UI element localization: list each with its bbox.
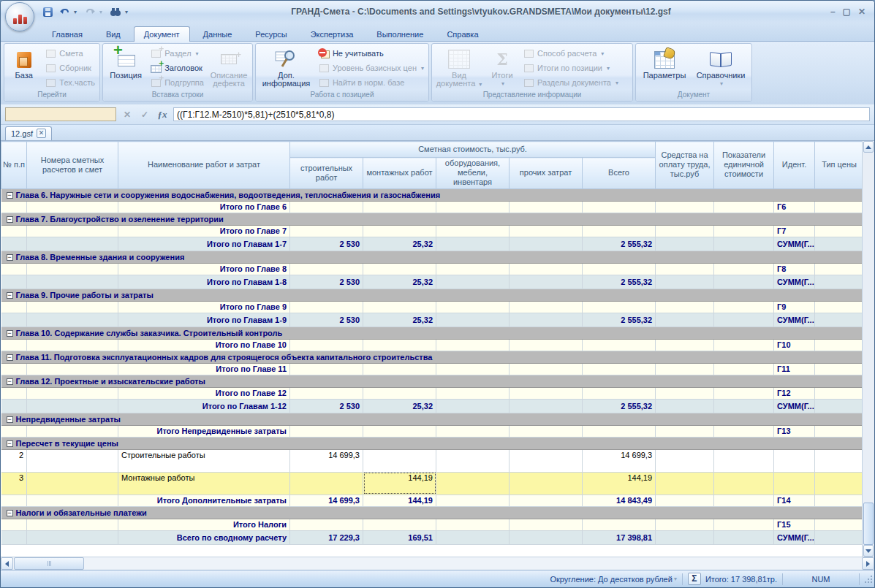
- table-row[interactable]: Итого НалогиГ15: [1, 519, 864, 530]
- cell-num[interactable]: [1, 339, 27, 351]
- cell-c_other[interactable]: [510, 472, 583, 495]
- cell-c_other[interactable]: [510, 399, 583, 413]
- cell-c_build[interactable]: [290, 425, 363, 437]
- cell-c_labor[interactable]: [656, 263, 714, 275]
- zagolovok-button[interactable]: + Заголовок: [148, 62, 205, 74]
- cell-c_labor[interactable]: [656, 339, 714, 351]
- tab-glavnaya[interactable]: Главная: [42, 26, 93, 42]
- fx-icon[interactable]: ƒx: [156, 109, 169, 121]
- cell-c_unit[interactable]: [714, 275, 774, 289]
- cell-c_total[interactable]: 144,19: [583, 472, 656, 495]
- chapter-row[interactable]: −Глава 9. Прочие работы и затраты: [1, 289, 864, 301]
- header-other[interactable]: прочих затрат: [510, 158, 583, 189]
- cell-c_mont[interactable]: [363, 263, 436, 275]
- spravochniki-button[interactable]: Справочники ▾: [693, 45, 749, 90]
- cell-c_equip[interactable]: [436, 263, 510, 275]
- cell-c_build[interactable]: 14 699,3: [290, 449, 363, 472]
- cell-refs[interactable]: [27, 225, 118, 237]
- redo-dropdown-icon[interactable]: ▾: [99, 9, 106, 15]
- cell-c_equip[interactable]: [436, 399, 510, 413]
- header-labor[interactable]: Средства на оплату труда, тыс.руб: [656, 142, 714, 189]
- cell-ident[interactable]: СУММ(Г...: [774, 399, 815, 413]
- cell-c_build[interactable]: 14 699,3: [290, 495, 363, 506]
- cell-c_equip[interactable]: [436, 363, 510, 375]
- cell-num[interactable]: [1, 519, 27, 530]
- collapse-icon[interactable]: −: [7, 292, 13, 299]
- tab-dannye[interactable]: Данные: [193, 26, 243, 42]
- tab-vid[interactable]: Вид: [96, 26, 131, 42]
- cell-c_labor[interactable]: [656, 225, 714, 237]
- close-button[interactable]: ✕: [858, 7, 865, 17]
- cell-c_labor[interactable]: [656, 425, 714, 437]
- cell-num[interactable]: [1, 425, 27, 437]
- cell-c_build[interactable]: [290, 387, 363, 399]
- cell-c_ptype[interactable]: [815, 387, 864, 399]
- razdel-button[interactable]: + Раздел▾: [148, 47, 205, 59]
- cell-name[interactable]: Итого по Главам 1-12: [118, 399, 290, 413]
- chapter-row[interactable]: −Непредвиденные затраты: [1, 413, 864, 425]
- cell-c_total[interactable]: [583, 519, 656, 530]
- chapter-cell[interactable]: −Глава 11. Подготовка эксплуатационных к…: [1, 351, 864, 363]
- table-row[interactable]: Итого по Главе 10Г10: [1, 339, 864, 351]
- cell-c_mont[interactable]: [363, 449, 436, 472]
- collapse-icon[interactable]: −: [7, 216, 13, 223]
- cell-c_other[interactable]: [510, 449, 583, 472]
- tab-resursy[interactable]: Ресурсы: [245, 26, 297, 42]
- cell-ident[interactable]: Г12: [774, 387, 815, 399]
- cell-c_build[interactable]: [290, 519, 363, 530]
- cell-ident[interactable]: Г10: [774, 339, 815, 351]
- cell-c_equip[interactable]: [436, 519, 510, 530]
- cell-c_unit[interactable]: [714, 237, 774, 251]
- cell-c_equip[interactable]: [436, 225, 510, 237]
- cell-c_unit[interactable]: [714, 387, 774, 399]
- cancel-formula-icon[interactable]: ✕: [121, 110, 134, 120]
- cell-name[interactable]: Всего по сводному расчету: [118, 530, 290, 544]
- itogi-po-pozicii-button[interactable]: Итоги по позиции▾: [521, 62, 620, 74]
- cell-c_other[interactable]: [510, 519, 583, 530]
- chapter-cell[interactable]: −Глава 9. Прочие работы и затраты: [1, 289, 864, 301]
- cell-num[interactable]: [1, 237, 27, 251]
- cell-name[interactable]: Итого по Главам 1-8: [118, 275, 290, 289]
- cell-c_equip[interactable]: [436, 313, 510, 327]
- cell-c_total[interactable]: 17 398,81: [583, 530, 656, 544]
- cell-c_ptype[interactable]: [815, 301, 864, 313]
- save-button[interactable]: [40, 4, 55, 19]
- cell-ident[interactable]: Г7: [774, 225, 815, 237]
- cell-c_ptype[interactable]: [815, 263, 864, 275]
- chapter-cell[interactable]: −Налоги и обязательные платежи: [1, 506, 864, 519]
- cell-c_equip[interactable]: [436, 530, 510, 544]
- header-num[interactable]: № п.п: [1, 142, 27, 189]
- cell-c_mont[interactable]: 144,19: [363, 472, 436, 495]
- cell-c_ptype[interactable]: [815, 449, 864, 472]
- cell-c_other[interactable]: [510, 387, 583, 399]
- cell-ident[interactable]: СУММ(Г...: [774, 275, 815, 289]
- poziciya-button[interactable]: + Позиция: [106, 45, 145, 90]
- header-ident[interactable]: Идент.: [774, 142, 815, 189]
- cell-refs[interactable]: [27, 519, 118, 530]
- chapter-row[interactable]: −Глава 8. Временные здания и сооружения: [1, 251, 864, 263]
- cell-c_unit[interactable]: [714, 495, 774, 506]
- cell-name[interactable]: Итого по Главе 9: [118, 301, 290, 313]
- cell-c_total[interactable]: [583, 387, 656, 399]
- cell-c_other[interactable]: [510, 495, 583, 506]
- opisanie-defekta-button[interactable]: + Описание дефекта: [208, 45, 249, 90]
- cell-c_ptype[interactable]: [815, 399, 864, 413]
- cell-num[interactable]: 3: [1, 472, 27, 495]
- cell-c_total[interactable]: [583, 339, 656, 351]
- cell-c_labor[interactable]: [656, 472, 714, 495]
- table-row[interactable]: Всего по сводному расчету17 229,3169,511…: [1, 530, 864, 544]
- cell-c_other[interactable]: [510, 225, 583, 237]
- cell-refs[interactable]: [27, 495, 118, 506]
- cell-c_unit[interactable]: [714, 263, 774, 275]
- cell-c_ptype[interactable]: [815, 363, 864, 375]
- cell-c_labor[interactable]: [656, 201, 714, 213]
- collapse-icon[interactable]: −: [7, 416, 13, 423]
- cell-c_labor[interactable]: [656, 495, 714, 506]
- cell-refs[interactable]: [27, 472, 118, 495]
- cell-name[interactable]: Итого по Главе 7: [118, 225, 290, 237]
- sbornik-button[interactable]: Сборник: [43, 62, 96, 74]
- cell-ident[interactable]: Г14: [774, 495, 815, 506]
- chevron-down-icon[interactable]: ▾: [674, 576, 677, 582]
- cell-c_unit[interactable]: [714, 339, 774, 351]
- collapse-icon[interactable]: −: [7, 192, 13, 199]
